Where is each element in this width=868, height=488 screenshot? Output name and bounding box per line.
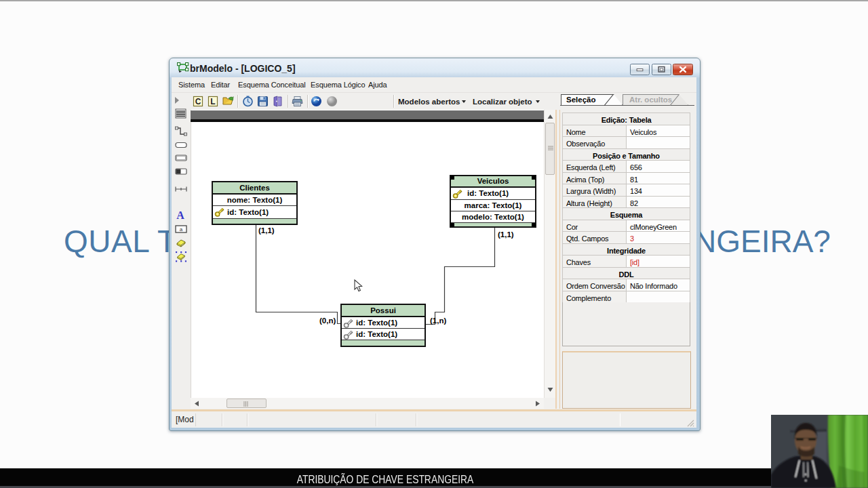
svg-text:C: C [195,97,201,106]
svg-text:a: a [180,226,183,232]
svg-text:L: L [210,97,215,106]
